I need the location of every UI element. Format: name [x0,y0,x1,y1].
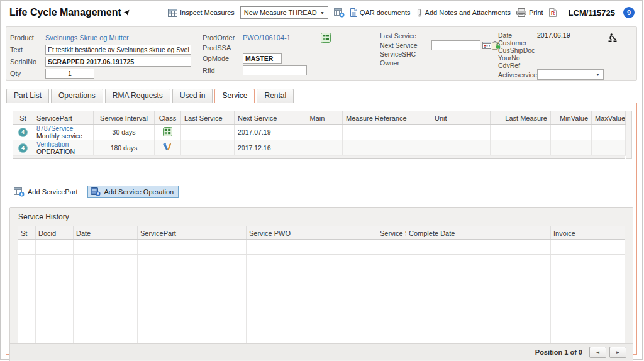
activeservice-select[interactable]: ▼ [537,69,604,80]
service-parts-table: St ServicePart Service Interval Class La… [13,111,626,156]
empty-history-row [18,240,625,255]
owner-label: Owner [380,59,431,67]
col-maxvalue: MaxValue [592,111,626,125]
date-value: 2017.06.19 [537,31,570,39]
prodssa-label: ProdSSA [203,44,243,52]
tab-operations[interactable]: Operations [51,89,103,103]
add-servicepart-label: Add ServicePart [28,188,77,196]
col-service-interval: Service Interval [94,111,155,125]
service-history-table: St Docid Date ServicePart Service PWO Se… [18,226,625,344]
product-link[interactable]: Sveinungs Skrue og Mutter [45,34,129,42]
date-label: Date [498,31,537,39]
table-scrollbar[interactable] [626,111,632,159]
servicepart-link[interactable]: 8787Service [36,125,90,132]
next-page-button[interactable]: ► [609,347,626,358]
col-last-measure: Last Measure [491,111,551,125]
col-spacer [67,226,74,240]
add-notes-button[interactable]: Add Notes and Attachments [416,8,511,18]
text-label: Text [10,46,45,53]
new-measure-select[interactable]: New Measure THREAD ▼ [240,6,328,19]
col-service-pwo: Service PWO [247,226,377,240]
col-service-ssa: Service SSA [377,226,406,240]
measure-grid-icon [163,127,172,136]
add-servicepart-button[interactable]: Add ServicePart [14,187,77,197]
tab-rma-requests[interactable]: RMA Requests [105,89,170,103]
servicepart-subtext: OPERATION [36,148,75,155]
svg-text:R: R [551,10,555,16]
next-service-label: Next Service [380,42,431,49]
tab-part-list[interactable]: Part List [6,89,49,103]
detail-tabs: Part List Operations RMA Requests Used i… [6,89,637,103]
col-st: St [13,111,33,125]
inspect-measures-button[interactable]: Inspect Measures [168,9,235,17]
col-last-service: Last Service [181,111,235,125]
new-measure-select-value: New Measure THREAD [244,9,317,16]
app-header: Life Cycle Management Inspect Measures N… [1,1,642,25]
interval-cell: 30 days [94,125,155,140]
service-tab-panel: St ServicePart Service Interval Class La… [6,103,637,355]
yourno-label: YourNo [498,54,537,62]
page-title: Life Cycle Management [9,7,130,18]
scrapped-figure-icon[interactable] [608,33,618,42]
form-col-product: Product Sveinungs Skrue og Mutter Text S… [10,31,203,80]
serialno-label: SerialNo [10,58,45,65]
prev-arrow-icon: ◄ [596,350,601,355]
col-spacer [60,226,67,240]
col-minvalue: MinValue [551,111,592,125]
serialno-input[interactable] [45,57,191,67]
opmode-input[interactable] [243,53,282,64]
table-footer-strip [13,156,625,159]
service-history-table-wrap: St Docid Date ServicePart Service PWO Se… [18,226,625,344]
qar-documents-button[interactable]: QAR documents [350,8,411,17]
lcm-page: Life Cycle Management Inspect Measures N… [0,0,643,360]
document-icon [350,8,357,17]
header-toolbar: Inspect Measures New Measure THREAD ▼ QA… [168,6,635,19]
interval-cell: 180 days [94,140,155,156]
service-history-title: Service History [10,208,633,226]
tab-used-in[interactable]: Used in [172,89,213,103]
calendar-icon[interactable] [482,41,491,49]
product-label: Product [10,34,45,42]
qar-documents-label: QAR documents [360,9,411,16]
report-document-button[interactable]: R [549,8,557,17]
tools-icon [163,143,172,152]
text-input[interactable] [45,45,191,55]
next-service-input[interactable] [431,40,480,50]
history-pagination: Position 1 of 0 ◄ ► [10,343,633,360]
customer-label: Customer [498,39,537,47]
last-service-cell [181,125,235,140]
notification-badge[interactable]: 9 [623,7,635,18]
paperclip-icon [416,8,423,18]
col-servicepart: ServicePart [138,226,247,240]
prodorder-link[interactable]: PWO/106104-1 [243,34,291,42]
rfid-input[interactable] [243,65,307,75]
add-measure-button[interactable] [334,8,345,18]
print-button[interactable]: Print [516,8,543,17]
last-service-cell [181,140,235,156]
next-service-cell: 2017.07.19 [235,125,292,140]
next-service-cell: 2017.12.16 [235,140,292,156]
service-history-header-row: St Docid Date ServicePart Service PWO Se… [18,226,625,240]
form-col-service: Last Service Next Service ServiceSHC Own… [380,31,498,80]
status-badge: 4 [18,143,28,153]
qty-input[interactable] [45,69,94,79]
prev-page-button[interactable]: ◄ [589,347,606,358]
tab-rental[interactable]: Rental [257,89,294,103]
add-operation-icon [91,187,101,196]
add-service-operation-button[interactable]: Add Service Operation [87,186,179,198]
servicepart-subtext: Monthly service [36,132,82,140]
chevron-down-icon: ▼ [596,72,600,77]
service-history-section: Service History St Docid Date ServiceP [9,207,633,361]
servicepart-link[interactable]: Verification [36,141,90,148]
col-complete-date: Complete Date [406,226,551,240]
print-label: Print [529,9,543,16]
empty-history-area [18,255,625,344]
col-servicepart: ServicePart [33,111,94,125]
col-class: Class [155,111,181,125]
measure-sheet-icon[interactable] [321,33,331,43]
tab-service[interactable]: Service [214,89,255,103]
chevron-down-icon: ▼ [320,11,325,15]
inspect-measures-label: Inspect Measures [180,9,235,16]
last-service-label: Last Service [380,32,431,40]
next-arrow-icon: ► [616,350,621,355]
